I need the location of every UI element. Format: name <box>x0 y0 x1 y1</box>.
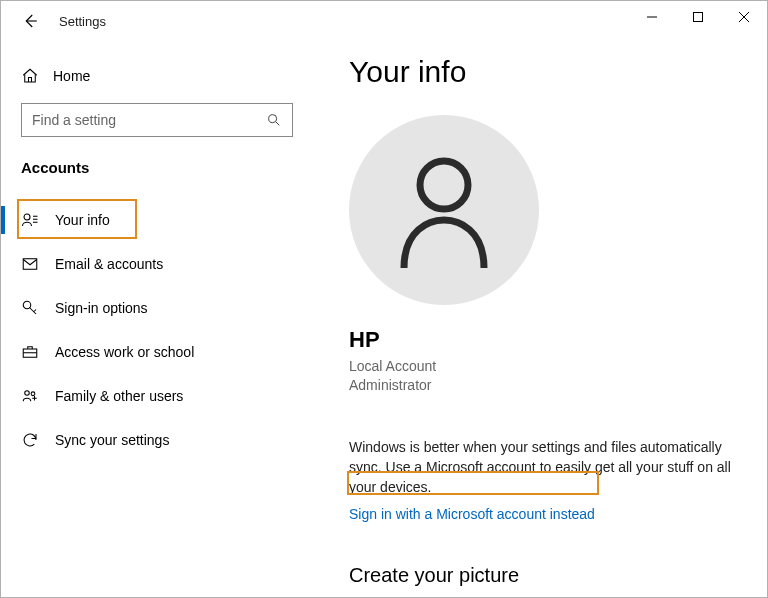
svg-point-4 <box>269 115 277 123</box>
sync-icon <box>21 431 39 449</box>
nav-label: Email & accounts <box>55 256 163 272</box>
svg-point-14 <box>25 391 30 396</box>
nav-sync-settings[interactable]: Sync your settings <box>1 418 293 462</box>
category-heading: Accounts <box>21 159 293 176</box>
nav-label: Sync your settings <box>55 432 169 448</box>
briefcase-icon <box>21 343 39 361</box>
nav-label: Your info <box>55 212 110 228</box>
signin-microsoft-link[interactable]: Sign in with a Microsoft account instead <box>349 506 595 522</box>
main-content: Your info HP Local Account Administrator… <box>311 41 767 598</box>
nav-access-work-school[interactable]: Access work or school <box>1 330 293 374</box>
email-icon <box>21 255 39 273</box>
page-title: Your info <box>349 55 739 89</box>
account-type: Local Account <box>349 357 739 376</box>
sync-description: Windows is better when your settings and… <box>349 437 739 498</box>
home-icon <box>21 67 39 85</box>
svg-point-15 <box>31 392 35 396</box>
account-role: Administrator <box>349 376 739 395</box>
people-icon <box>21 387 39 405</box>
nav-email-accounts[interactable]: Email & accounts <box>1 242 293 286</box>
maximize-button[interactable] <box>675 1 721 33</box>
svg-line-5 <box>276 122 279 125</box>
home-label: Home <box>53 68 90 84</box>
minimize-button[interactable] <box>629 1 675 33</box>
svg-rect-10 <box>23 259 37 270</box>
back-button[interactable] <box>19 10 41 32</box>
close-button[interactable] <box>721 1 767 33</box>
home-nav[interactable]: Home <box>21 67 293 85</box>
svg-point-18 <box>420 161 468 209</box>
nav-label: Access work or school <box>55 344 194 360</box>
nav-label: Sign-in options <box>55 300 148 316</box>
search-input[interactable]: Find a setting <box>21 103 293 137</box>
search-icon <box>266 112 282 128</box>
user-name: HP <box>349 327 739 353</box>
your-info-icon <box>21 211 39 229</box>
search-placeholder: Find a setting <box>32 112 116 128</box>
person-icon <box>389 150 499 270</box>
window-title: Settings <box>59 14 106 29</box>
nav-signin-options[interactable]: Sign-in options <box>1 286 293 330</box>
svg-point-6 <box>24 214 30 220</box>
sidebar: Home Find a setting Accounts Your info <box>1 41 311 598</box>
nav-label: Family & other users <box>55 388 183 404</box>
nav-your-info[interactable]: Your info <box>1 198 293 242</box>
nav-family-other-users[interactable]: Family & other users <box>1 374 293 418</box>
svg-rect-1 <box>694 13 703 22</box>
avatar <box>349 115 539 305</box>
create-picture-heading: Create your picture <box>349 564 739 587</box>
key-icon <box>21 299 39 317</box>
